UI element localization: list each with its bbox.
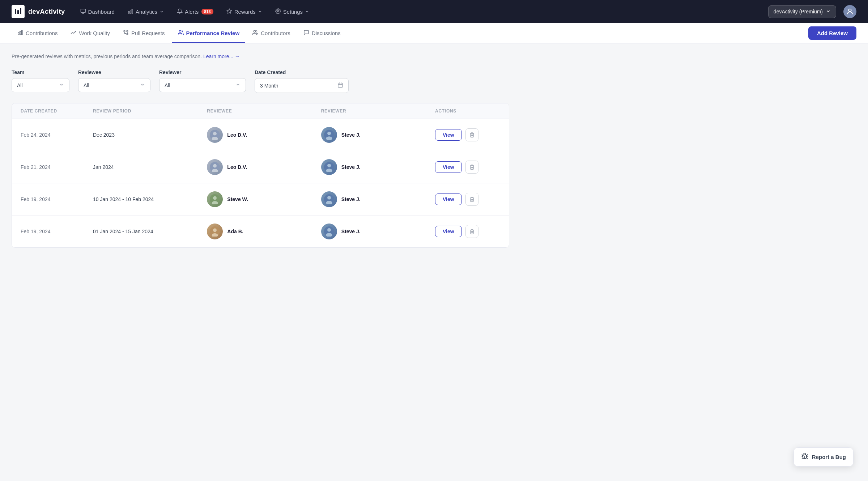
date-created-cell: Feb 19, 2024 — [21, 196, 93, 202]
review-period-cell: Jan 2024 — [93, 164, 207, 170]
filter-reviewee: Reviewee All — [78, 69, 150, 93]
filter-date-label: Date Created — [255, 69, 349, 75]
svg-rect-10 — [18, 33, 19, 35]
review-period-cell: 01 Jan 2024 - 15 Jan 2024 — [93, 229, 207, 234]
svg-rect-5 — [130, 10, 131, 13]
view-button[interactable]: View — [435, 161, 462, 173]
view-button[interactable]: View — [435, 129, 462, 141]
reviewee-avatar — [207, 127, 223, 143]
alerts-badge: 813 — [201, 9, 213, 14]
reviewer-name: Steve J. — [341, 229, 361, 234]
tab-discussions-label: Discussions — [312, 30, 341, 36]
nav-label-rewards: Rewards — [234, 9, 256, 15]
tab-contributions-label: Contributions — [26, 30, 58, 36]
th-reviewee: REVIEWEE — [207, 108, 321, 114]
filter-team-select[interactable]: All — [12, 78, 69, 92]
tab-contributors[interactable]: Contributors — [247, 23, 296, 43]
main-content: Pre-generated reviews with metrics, prev… — [0, 43, 521, 258]
delete-button[interactable] — [465, 128, 478, 141]
nav-item-settings[interactable]: Settings — [270, 5, 314, 18]
filter-team-chevron-icon — [59, 82, 64, 88]
add-review-button[interactable]: Add Review — [808, 26, 856, 40]
star-icon — [226, 8, 232, 15]
nav-label-alerts: Alerts — [185, 9, 199, 15]
reviewer-cell: Steve J. — [321, 191, 435, 207]
delete-button[interactable] — [465, 193, 478, 206]
reviewer-avatar — [321, 159, 337, 175]
tab-contributions[interactable]: Contributions — [12, 23, 63, 43]
reviewee-cell: Leo D.V. — [207, 159, 321, 175]
reviewer-cell: Steve J. — [321, 159, 435, 175]
filter-reviewee-value: All — [84, 82, 89, 88]
nav-item-analytics[interactable]: Analytics — [123, 5, 169, 18]
table-row: Feb 21, 2024 Jan 2024 Leo D.V. — [12, 151, 509, 183]
learn-more-link[interactable]: Learn more... → — [203, 54, 240, 59]
filter-reviewer-value: All — [165, 82, 170, 88]
tab-performance-review[interactable]: Performance Review — [172, 23, 246, 43]
chat-icon — [303, 30, 309, 37]
filter-reviewee-label: Reviewee — [78, 69, 150, 75]
view-button[interactable]: View — [435, 226, 462, 237]
review-period-cell: 10 Jan 2024 - 10 Feb 2024 — [93, 196, 207, 202]
filter-reviewer-select[interactable]: All — [159, 78, 246, 92]
filter-reviewer-chevron-icon — [235, 82, 241, 88]
filter-date-created: Date Created 3 Month — [255, 69, 349, 93]
analytics-chevron-icon — [159, 9, 164, 15]
actions-cell: View — [435, 161, 500, 174]
th-reviewer: REVIEWER — [321, 108, 435, 114]
svg-rect-4 — [128, 11, 129, 13]
svg-point-29 — [327, 164, 331, 167]
reviewer-name: Steve J. — [341, 132, 361, 138]
nav-item-dashboard[interactable]: Dashboard — [75, 5, 120, 18]
actions-cell: View — [435, 193, 500, 206]
svg-point-38 — [213, 229, 217, 232]
description-bar: Pre-generated reviews with metrics, prev… — [12, 54, 509, 59]
account-selector[interactable]: devActivity (Premium) — [768, 5, 836, 18]
tab-work-quality-label: Work Quality — [79, 30, 110, 36]
actions-cell: View — [435, 128, 500, 141]
svg-point-26 — [213, 164, 217, 168]
filter-date-select[interactable]: 3 Month — [255, 78, 349, 93]
calendar-icon — [337, 82, 343, 89]
bell-icon — [177, 8, 183, 15]
svg-rect-2 — [20, 8, 21, 14]
reviewee-name: Ada B. — [227, 229, 243, 234]
trending-icon — [71, 30, 76, 37]
reviewer-name: Steve J. — [341, 164, 361, 170]
filter-reviewee-select[interactable]: All — [78, 78, 150, 92]
svg-marker-7 — [227, 9, 231, 13]
reviewer-avatar — [321, 191, 337, 207]
filter-team-label: Team — [12, 69, 69, 75]
tab-contributors-label: Contributors — [261, 30, 290, 36]
date-created-cell: Feb 21, 2024 — [21, 164, 93, 170]
review-period-cell: Dec 2023 — [93, 132, 207, 138]
reviewee-cell: Leo D.V. — [207, 127, 321, 143]
view-button[interactable]: View — [435, 193, 462, 205]
brand-name: devActivity — [28, 8, 65, 16]
nav-item-alerts[interactable]: Alerts 813 — [172, 5, 218, 18]
delete-button[interactable] — [465, 161, 478, 174]
tab-pull-requests[interactable]: Pull Requests — [117, 23, 171, 43]
monitor-icon — [80, 8, 86, 15]
nav-item-rewards[interactable]: Rewards — [221, 5, 267, 18]
user-avatar[interactable] — [843, 5, 856, 18]
svg-point-9 — [848, 9, 851, 12]
svg-rect-1 — [17, 10, 19, 14]
svg-rect-18 — [338, 83, 342, 88]
nav-label-analytics: Analytics — [136, 9, 157, 15]
tab-discussions[interactable]: Discussions — [298, 23, 346, 43]
delete-button[interactable] — [465, 225, 478, 238]
actions-cell: View — [435, 225, 500, 238]
reviewer-cell: Steve J. — [321, 127, 435, 143]
rewards-chevron-icon — [258, 9, 262, 15]
tab-work-quality[interactable]: Work Quality — [65, 23, 116, 43]
svg-point-20 — [213, 132, 217, 136]
reviewee-avatar — [207, 191, 223, 207]
brand-logo — [12, 5, 25, 18]
svg-point-41 — [327, 228, 331, 232]
bar-chart-icon — [128, 8, 133, 15]
svg-point-35 — [327, 196, 331, 200]
reviewee-name: Leo D.V. — [227, 132, 247, 138]
filter-reviewer: Reviewer All — [159, 69, 246, 93]
reviewee-avatar — [207, 159, 223, 175]
